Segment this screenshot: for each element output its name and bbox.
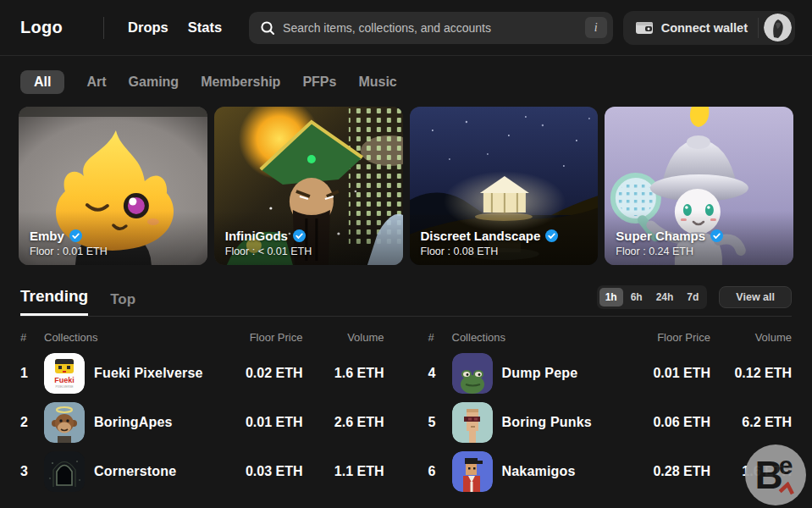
collection-name: BoringApes [94,415,173,430]
featured-card-infinigods[interactable]: InfiniGods Floor : < 0.01 ETH [214,107,403,265]
wallet-separator [758,18,759,38]
tab-trending[interactable]: Trending [20,287,88,316]
tab-top[interactable]: Top [110,291,135,316]
nakamigos-logo [452,451,493,492]
nav-link-stats[interactable]: Stats [188,19,222,36]
table-row-fueki-pixelverse[interactable]: 1 Fueki PIXELVERSE Fueki Pixelverse [20,349,384,398]
floor-price: Floor : 0.01 ETH [30,246,108,257]
floor-price-value: 0.01 ETH [616,366,710,381]
wallet-icon [635,20,654,36]
row-rank: 3 [20,464,44,479]
nav-link-drops[interactable]: Drops [128,19,168,36]
category-tabs: All Art Gaming Membership PFPs Music [0,56,812,107]
floor-price: Floor : 0.08 ETH [421,246,559,257]
header-rank: # [20,331,44,344]
search-shortcut-key: i [585,17,607,38]
featured-card-discreet-landscape[interactable]: Discreet Landscape Floor : 0.08 ETH [410,107,599,265]
nav-links: Drops Stats [128,19,222,36]
time-filter-1h[interactable]: 1h [599,288,623,306]
verified-badge-icon [545,229,558,242]
row-rank: 2 [20,415,44,430]
row-rank: 5 [428,415,452,430]
volume-value: 1.1 ETH [303,464,384,479]
category-all[interactable]: All [20,70,64,94]
trending-table-left: # Collections Floor Price Volume 1 Fueki [20,323,384,496]
floor-price-value: 0.02 ETH [208,366,303,381]
table-row-cornerstone[interactable]: 3 Cornerstone 0.03 ETH 1.1 ETH [20,447,384,496]
floor-price: Floor : 0.24 ETH [616,246,723,257]
svg-text:PIXELVERSE: PIXELVERSE [56,385,75,389]
collection-name: Discreet Landscape [421,229,541,243]
collection-name: InfiniGods [225,229,288,243]
header-floor-price: Floor Price [208,331,303,344]
category-gaming[interactable]: Gaming [129,75,180,90]
svg-text:Fueki: Fueki [54,376,75,384]
collection-name: Super Champs [616,229,705,243]
connect-wallet-button[interactable]: Connect wallet [635,20,758,36]
time-filter-group: 1h 6h 24h 7d [597,285,708,309]
dump-pepe-logo [452,353,493,394]
connect-wallet-label: Connect wallet [661,21,748,35]
volume-value: 2.6 ETH [303,415,384,430]
header-volume: Volume [303,331,384,344]
cornerstone-logo [44,451,85,492]
card-meta: InfiniGods Floor : < 0.01 ETH [225,229,312,257]
row-rank: 1 [20,366,44,381]
category-art[interactable]: Art [86,75,106,90]
time-filter-7d[interactable]: 7d [681,288,704,306]
app-logo[interactable]: Logo [20,18,63,37]
search-bar[interactable]: i [249,12,613,44]
featured-card-super-champs[interactable]: Super Champs Floor : 0.24 ETH [605,107,793,265]
featured-cards: Emby Floor : 0.01 ETH [0,107,812,265]
card-meta: Emby Floor : 0.01 ETH [30,229,108,257]
verified-badge-icon [69,229,82,242]
trending-controls: 1h 6h 24h 7d View all [597,285,792,316]
collection-name: Nakamigos [502,464,576,479]
view-all-button[interactable]: View all [719,286,792,308]
card-meta: Super Champs Floor : 0.24 ETH [616,229,723,257]
table-header: # Collections Floor Price Volume [428,323,793,349]
header-collections: Collections [452,331,616,344]
table-row-nakamigos[interactable]: 6 Nakamigos 0.2 [428,447,793,496]
table-row-boring-punks[interactable]: 5 Boring Punks 0.06 ETH [428,398,793,447]
collection-name: Cornerstone [94,464,176,479]
header-collections: Collections [44,331,208,344]
trending-section-header: Trending Top 1h 6h 24h 7d View all [20,285,792,317]
collection-name: Boring Punks [502,415,592,430]
wallet-group: Connect wallet [623,11,795,45]
watermark-chevron-icon [778,480,796,495]
header-floor-price: Floor Price [616,331,710,344]
header-rank: # [428,331,452,344]
avatar-image [764,14,792,41]
floor-price-value: 0.28 ETH [616,464,710,479]
collection-name: Dump Pepe [502,366,578,381]
category-membership[interactable]: Membership [201,75,280,90]
nav-divider [103,17,104,39]
featured-card-emby[interactable]: Emby Floor : 0.01 ETH [19,107,207,265]
watermark-logo: B e [745,444,806,505]
search-input[interactable] [283,21,577,35]
category-music[interactable]: Music [358,75,396,90]
card-meta: Discreet Landscape Floor : 0.08 ETH [421,229,559,257]
volume-value: 0.12 ETH [710,366,792,381]
time-filter-6h[interactable]: 6h [625,288,649,306]
user-avatar[interactable] [764,14,792,41]
table-row-boringapes[interactable]: 2 BoringApes 0.01 ETH [20,398,384,447]
fueki-pixelverse-logo: Fueki PIXELVERSE [44,353,85,394]
collection-name: Emby [30,229,64,243]
verified-badge-icon [293,229,306,242]
volume-value: 6.2 ETH [710,415,792,430]
table-row-dump-pepe[interactable]: 4 Dump Pepe 0.01 ETH 0 [428,349,793,398]
category-pfps[interactable]: PFPs [302,75,336,90]
table-header: # Collections Floor Price Volume [20,323,384,349]
boring-punks-logo [452,402,493,443]
boringapes-logo [44,402,85,443]
time-filter-24h[interactable]: 24h [650,288,680,306]
watermark-letter-e: e [779,453,793,478]
floor-price-value: 0.01 ETH [208,415,303,430]
floor-price-value: 0.06 ETH [616,415,710,430]
volume-value: 1.6 ETH [303,366,384,381]
trending-tables: # Collections Floor Price Volume 1 Fueki [0,317,812,496]
search-icon [260,20,275,36]
floor-price: Floor : < 0.01 ETH [225,246,312,257]
